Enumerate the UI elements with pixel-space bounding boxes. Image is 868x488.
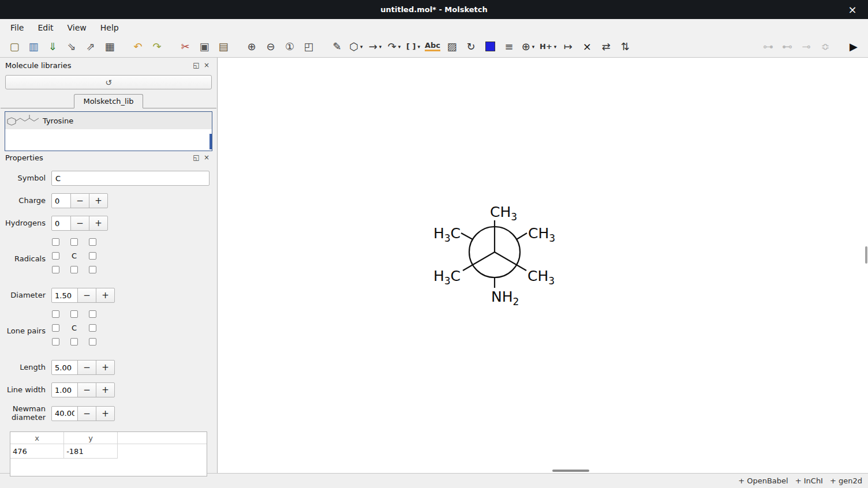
save-as-button[interactable]: ⇘ bbox=[63, 38, 80, 55]
flip-horizontal-button[interactable]: ⇄ bbox=[597, 38, 615, 55]
length-decrement-button[interactable]: − bbox=[77, 360, 96, 375]
coords-cell-x[interactable]: 476 bbox=[10, 444, 64, 459]
draw-button[interactable]: ✎ bbox=[328, 38, 346, 55]
diameter-input[interactable] bbox=[51, 288, 78, 303]
list-item-tyrosine[interactable]: Tyrosine bbox=[5, 112, 212, 129]
radical-checkbox[interactable] bbox=[70, 238, 78, 246]
newman-diameter-input[interactable] bbox=[51, 406, 78, 421]
lone-pair-checkbox[interactable] bbox=[89, 338, 96, 346]
text-tool-button[interactable]: Abc bbox=[424, 38, 442, 55]
mechanism-arrow-button[interactable]: ↷▾ bbox=[386, 38, 403, 55]
library-list[interactable]: Tyrosine bbox=[5, 111, 212, 151]
zoom-in-button[interactable]: ⊕ bbox=[243, 38, 260, 55]
flip-vertical-button[interactable]: ⇅ bbox=[616, 38, 634, 55]
copy-button[interactable]: ▣ bbox=[196, 38, 213, 55]
radical-checkbox[interactable] bbox=[89, 252, 96, 260]
connect-button[interactable]: ↦ bbox=[559, 38, 577, 55]
zoom-out-button[interactable]: ⊖ bbox=[262, 38, 279, 55]
bond-front-lower-left[interactable] bbox=[463, 252, 495, 271]
open-file-button[interactable]: ▥ bbox=[25, 38, 42, 55]
tab-molsketch-lib[interactable]: Molsketch_lib bbox=[74, 94, 143, 108]
line-width-increment-button[interactable]: + bbox=[96, 382, 115, 397]
bond-back-upper-right[interactable] bbox=[517, 233, 527, 239]
length-input[interactable] bbox=[51, 360, 78, 375]
mechanism-arrow-dropdown-icon[interactable]: ▾ bbox=[398, 44, 401, 50]
newman-decrement-button[interactable]: − bbox=[77, 406, 96, 421]
hydrogens-button[interactable]: H+▾ bbox=[538, 38, 558, 55]
coords-cell-y[interactable]: -181 bbox=[64, 444, 118, 459]
bond-front-lower-right[interactable] bbox=[495, 252, 526, 271]
menu-view[interactable]: View bbox=[61, 21, 93, 35]
brackets-button[interactable]: [ ]▾ bbox=[405, 38, 422, 55]
drawing-canvas[interactable]: CH3 H3C CH3 H3C CH3 NH2 bbox=[218, 58, 868, 473]
library-refresh-button[interactable]: ↺ bbox=[5, 75, 212, 89]
menu-edit[interactable]: Edit bbox=[31, 21, 60, 35]
atom-label-lower-right[interactable]: CH3 bbox=[527, 268, 555, 287]
lone-pair-checkbox[interactable] bbox=[70, 338, 78, 346]
horizontal-scrollbar-handle[interactable] bbox=[552, 470, 589, 472]
line-width-button[interactable]: ≡ bbox=[500, 38, 518, 55]
charge-input[interactable] bbox=[51, 193, 71, 208]
menu-help[interactable]: Help bbox=[93, 21, 126, 35]
cut-button[interactable]: ✂ bbox=[177, 38, 194, 55]
toolbar-expand-button[interactable]: ▶ bbox=[845, 38, 862, 55]
lone-pair-checkbox[interactable] bbox=[70, 310, 78, 318]
bond-back-upper-left[interactable] bbox=[461, 233, 473, 239]
lone-pair-checkbox[interactable] bbox=[52, 310, 59, 318]
charge-increment-button[interactable]: + bbox=[89, 193, 108, 208]
rotate-button[interactable]: ↻ bbox=[462, 38, 480, 55]
zoom-fit-button[interactable]: ◰ bbox=[300, 38, 317, 55]
diameter-increment-button[interactable]: + bbox=[96, 288, 115, 303]
atom-label-bottom[interactable]: NH2 bbox=[491, 288, 519, 307]
atom-label-lower-left[interactable]: H3C bbox=[433, 268, 461, 287]
zoom-original-button[interactable]: ① bbox=[281, 38, 298, 55]
lone-pair-checkbox[interactable] bbox=[52, 324, 59, 332]
save-button[interactable]: ⇓ bbox=[44, 38, 61, 55]
lone-pair-checkbox[interactable] bbox=[52, 338, 59, 346]
length-increment-button[interactable]: + bbox=[96, 360, 115, 375]
menu-file[interactable]: File bbox=[3, 21, 31, 35]
coords-header-y[interactable]: y bbox=[64, 432, 118, 444]
color-picker-button[interactable] bbox=[481, 38, 499, 55]
hydrogens-input[interactable] bbox=[51, 216, 71, 231]
line-width-input[interactable] bbox=[51, 382, 78, 397]
ring-button[interactable]: ⬡▾ bbox=[347, 38, 365, 55]
charge-button[interactable]: ⊕▾ bbox=[519, 38, 537, 55]
radical-checkbox[interactable] bbox=[52, 238, 59, 246]
properties-close-icon[interactable]: × bbox=[201, 153, 212, 162]
undo-button[interactable]: ↶ bbox=[129, 38, 147, 55]
radical-checkbox[interactable] bbox=[70, 266, 78, 273]
charge-decrement-button[interactable]: − bbox=[70, 193, 89, 208]
reaction-arrow-dropdown-icon[interactable]: ▾ bbox=[379, 44, 382, 50]
newman-increment-button[interactable]: + bbox=[96, 406, 115, 421]
atom-label-upper-right[interactable]: CH3 bbox=[528, 225, 555, 244]
radical-checkbox[interactable] bbox=[89, 238, 96, 246]
symbol-input[interactable] bbox=[51, 171, 209, 186]
lone-pair-checkbox[interactable] bbox=[89, 310, 96, 318]
print-button[interactable]: ▦ bbox=[101, 38, 118, 55]
delete-button[interactable]: × bbox=[578, 38, 596, 55]
radical-checkbox[interactable] bbox=[52, 252, 59, 260]
diameter-decrement-button[interactable]: − bbox=[77, 288, 96, 303]
hydrogens-decrement-button[interactable]: − bbox=[70, 216, 89, 231]
radical-checkbox[interactable] bbox=[52, 266, 59, 273]
export-button[interactable]: ⇗ bbox=[82, 38, 99, 55]
library-scrollbar-handle[interactable] bbox=[209, 134, 212, 149]
window-close-button[interactable]: × bbox=[844, 0, 861, 19]
atom-label-top[interactable]: CH3 bbox=[490, 204, 517, 223]
libraries-float-icon[interactable]: ◱ bbox=[191, 61, 201, 69]
atom-label-upper-left[interactable]: H3C bbox=[433, 225, 461, 244]
paste-button[interactable]: ▤ bbox=[215, 38, 232, 55]
charge-dropdown-icon[interactable]: ▾ bbox=[532, 44, 535, 50]
reaction-arrow-button[interactable]: →▾ bbox=[366, 38, 384, 55]
libraries-close-icon[interactable]: × bbox=[201, 61, 212, 69]
radical-checkbox[interactable] bbox=[89, 266, 96, 273]
brackets-dropdown-icon[interactable]: ▾ bbox=[417, 44, 420, 50]
vertical-scrollbar-handle[interactable] bbox=[865, 246, 867, 264]
hydrogens-dropdown-icon[interactable]: ▾ bbox=[554, 44, 557, 50]
properties-float-icon[interactable]: ◱ bbox=[191, 153, 201, 162]
ring-dropdown-icon[interactable]: ▾ bbox=[360, 44, 363, 50]
hatch-button[interactable]: ▨ bbox=[443, 38, 461, 55]
coords-header-x[interactable]: x bbox=[10, 432, 64, 444]
new-file-button[interactable]: ▢ bbox=[6, 38, 23, 55]
